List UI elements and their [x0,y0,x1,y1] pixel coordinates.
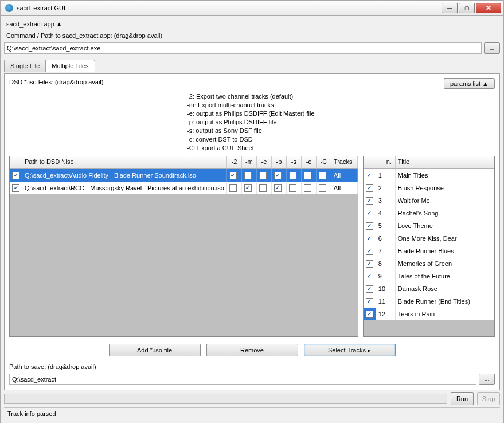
save-path-label: Path to save: (drag&drop avail) [9,363,495,370]
flag-checkbox[interactable] [274,172,282,179]
flag-checkbox[interactable] [274,184,282,192]
track-checkbox[interactable] [366,248,373,255]
track-row[interactable]: 8 Memories of Green [364,257,494,270]
iso-path: Q:\sacd_extract\RCO - Mussorgsky Ravel -… [22,182,227,194]
track-row[interactable]: 2 Blush Response [364,182,494,194]
track-checkbox[interactable] [366,184,373,192]
col-C[interactable]: -C [317,156,331,168]
flag-checkbox[interactable] [244,172,252,179]
row-checkbox[interactable] [12,184,19,192]
track-row[interactable]: 6 One More Kiss, Dear [364,232,494,245]
track-row[interactable]: 4 Rachel's Song [364,207,494,219]
track-row[interactable]: 11 Blade Runner (End Titles) [364,295,494,308]
track-checkbox[interactable] [366,260,373,268]
track-number: 11 [376,295,396,308]
iso-row[interactable]: Q:\sacd_extract\Audio Fidelity - Blade R… [10,169,358,182]
track-checkbox[interactable] [366,210,373,217]
iso-path: Q:\sacd_extract\Audio Fidelity - Blade R… [22,169,227,182]
track-row[interactable]: 3 Wait for Me [364,194,494,207]
params-help-text: -2: Export two channel tracks (default)-… [187,92,495,152]
browse-save-button[interactable]: ... [479,374,495,385]
save-path-input[interactable] [9,374,476,385]
run-button[interactable]: Run [451,392,474,405]
flag-checkbox[interactable] [289,172,296,179]
select-tracks-button[interactable]: Select Tracks ▸ [304,344,396,356]
track-row[interactable]: 5 Love Theme [364,219,494,232]
track-number: 3 [376,194,396,207]
flag-checkbox[interactable] [259,184,267,192]
col-e[interactable]: -e [257,156,272,168]
params-list-button[interactable]: params list ▲ [444,78,495,89]
col-path[interactable]: Path to DSD *.iso [22,156,227,168]
track-title: Blush Response [396,182,494,194]
add-iso-button[interactable]: Add *.iso file [109,344,201,356]
flag-checkbox[interactable] [289,184,296,192]
flag-checkbox[interactable] [244,184,252,192]
flag-checkbox[interactable] [229,172,237,179]
cmd-path-label: Command / Path to sacd_extract app: (dra… [4,31,500,40]
track-row[interactable]: 12 Tears in Rain [364,308,494,320]
col-2[interactable]: -2 [227,156,242,168]
track-number: 4 [376,207,396,219]
app-section-label: sacd_extract app ▲ [4,19,500,29]
flag-checkbox[interactable] [304,172,311,179]
track-number: 9 [376,270,396,282]
remove-button[interactable]: Remove [206,344,298,356]
track-checkbox[interactable] [366,311,373,318]
track-title: Blade Runner Blues [396,245,494,257]
tracks-cell: All [331,169,358,182]
track-checkbox[interactable] [366,197,373,205]
dsd-files-label: DSD *.iso Files: (drag&drop avail) [9,78,103,85]
app-icon [5,4,13,12]
col-s[interactable]: -s [287,156,302,168]
browse-cmd-button[interactable]: ... [484,42,500,54]
track-title: Main Titles [396,169,494,182]
track-number: 7 [376,245,396,257]
track-checkbox[interactable] [366,273,373,280]
tab-multiple-files[interactable]: Multiple Files [45,60,95,72]
track-title: Love Theme [396,219,494,232]
track-checkbox[interactable] [366,222,373,230]
col-c[interactable]: -c [302,156,317,168]
maximize-button[interactable]: ▢ [459,3,475,13]
flag-checkbox[interactable] [229,184,237,192]
minimize-button[interactable]: — [442,3,458,13]
col-n[interactable]: n. [376,156,396,168]
track-number: 1 [376,169,396,182]
track-number: 10 [376,282,396,295]
track-row[interactable]: 7 Blade Runner Blues [364,245,494,257]
track-title: Damask Rose [396,282,494,295]
flag-checkbox[interactable] [304,184,311,192]
row-checkbox[interactable] [12,172,19,179]
flag-checkbox[interactable] [319,172,326,179]
status-bar: Track info parsed [4,407,500,419]
track-checkbox[interactable] [366,285,373,293]
tracks-cell: All [331,182,358,194]
track-number: 6 [376,232,396,245]
track-title: Tales of the Future [396,270,494,282]
track-row[interactable]: 10 Damask Rose [364,282,494,295]
track-number: 5 [376,219,396,232]
col-p[interactable]: -p [272,156,287,168]
track-row[interactable]: 9 Tales of the Future [364,270,494,282]
stop-button: Stop [477,392,500,405]
track-checkbox[interactable] [366,298,373,305]
window-title: sacd_extract GUI [17,5,442,11]
track-checkbox[interactable] [366,172,373,179]
track-number: 8 [376,257,396,270]
col-tracks[interactable]: Tracks [331,156,358,168]
col-title[interactable]: Title [396,156,494,168]
flag-checkbox[interactable] [319,184,326,192]
progress-bar [4,394,447,404]
track-title: Rachel's Song [396,207,494,219]
close-button[interactable]: ✕ [476,3,501,13]
col-m[interactable]: -m [242,156,257,168]
cmd-path-input[interactable] [4,42,482,54]
iso-row[interactable]: Q:\sacd_extract\RCO - Mussorgsky Ravel -… [10,182,358,194]
track-title: Wait for Me [396,194,494,207]
tab-single-file[interactable]: Single File [4,60,46,72]
track-title: One More Kiss, Dear [396,232,494,245]
flag-checkbox[interactable] [259,172,267,179]
track-checkbox[interactable] [366,235,373,242]
track-row[interactable]: 1 Main Titles [364,169,494,182]
